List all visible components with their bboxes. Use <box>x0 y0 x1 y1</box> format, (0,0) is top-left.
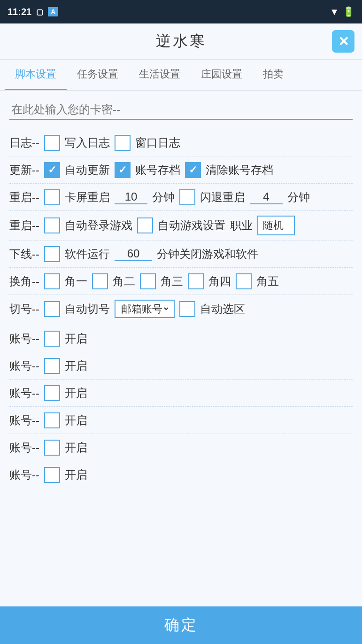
job-input[interactable]: 随机 <box>257 216 295 235</box>
tab-auction[interactable]: 拍卖 <box>253 60 294 90</box>
tab-task[interactable]: 任务设置 <box>67 60 129 90</box>
role3-label: 角三 <box>161 274 183 289</box>
auto-game-settings-checkbox-wrap[interactable] <box>137 217 153 233</box>
screen-restart-minutes[interactable] <box>115 190 147 204</box>
screen-restart-checkbox-wrap[interactable] <box>44 189 60 205</box>
card-input[interactable] <box>9 100 353 120</box>
switch-account-row: 切号-- 自动切号 邮箱账号 手机账号 自动选区 <box>9 295 353 323</box>
account-row-4: 账号-- 开启 <box>9 434 353 461</box>
account-checkbox-1[interactable] <box>44 358 60 374</box>
flash-restart-checkbox[interactable] <box>179 189 195 205</box>
role1-checkbox[interactable] <box>44 273 60 289</box>
clear-save-checkbox-wrap[interactable] <box>185 162 201 178</box>
wifi-icon: ▼ <box>330 7 339 17</box>
minutes-label-1: 分钟 <box>152 190 175 205</box>
account-save-checkbox[interactable] <box>115 162 131 178</box>
auto-region-label: 自动选区 <box>200 302 245 317</box>
dialog-title: 逆水寒 <box>156 31 207 52</box>
update-label: 更新-- <box>9 163 39 178</box>
auto-region-checkbox[interactable] <box>179 301 195 317</box>
account-open-label-3: 开启 <box>65 413 87 428</box>
auto-region-checkbox-wrap[interactable] <box>179 301 195 317</box>
account-checkbox-4[interactable] <box>44 440 60 456</box>
flash-restart-minutes[interactable] <box>250 190 283 204</box>
role4-checkbox[interactable] <box>188 273 204 289</box>
account-save-checkbox-wrap[interactable] <box>115 162 131 178</box>
account-open-label-0: 开启 <box>65 331 87 346</box>
update-row: 更新-- 自动更新 账号存档 清除账号存档 <box>9 156 353 184</box>
log-write-checkbox-wrap[interactable] <box>44 135 60 151</box>
time-display: 11:21 <box>8 7 31 17</box>
confirm-label: 确定 <box>164 615 198 636</box>
role3-checkbox-wrap[interactable] <box>140 273 156 289</box>
switch-role-label: 换角-- <box>9 274 39 289</box>
account-open-label-1: 开启 <box>65 358 87 373</box>
account-checkbox-2[interactable] <box>44 385 60 401</box>
auto-switch-checkbox-wrap[interactable] <box>44 301 60 317</box>
auto-update-checkbox-wrap[interactable] <box>44 162 60 178</box>
log-window-checkbox[interactable] <box>115 135 131 151</box>
account-open-label-5: 开启 <box>65 467 87 482</box>
flash-restart-label: 闪退重启 <box>200 190 245 205</box>
auto-game-settings-checkbox[interactable] <box>137 217 153 233</box>
account-label-3: 账号-- <box>9 413 39 428</box>
offline-label: 下线-- <box>9 247 39 262</box>
title-bar: 逆水寒 ✕ <box>0 23 362 60</box>
account-row-3: 账号-- 开启 <box>9 407 353 434</box>
flash-restart-checkbox-wrap[interactable] <box>179 189 195 205</box>
auto-game-settings-label: 自动游戏设置 <box>158 218 225 233</box>
accounts-area: 账号-- 开启 账号-- 开启 账号-- 开启 账号-- 开启 账号-- <box>9 325 353 489</box>
role5-checkbox-wrap[interactable] <box>236 273 252 289</box>
battery-icon: 🔋 <box>343 6 354 17</box>
account-type-select[interactable]: 邮箱账号 手机账号 <box>119 303 170 315</box>
account-checkbox-3[interactable] <box>44 412 60 428</box>
confirm-button[interactable]: 确定 <box>0 606 362 644</box>
switch-account-label: 切号-- <box>9 302 39 317</box>
role1-checkbox-wrap[interactable] <box>44 273 60 289</box>
role3-checkbox[interactable] <box>140 273 156 289</box>
offline-row: 下线-- 软件运行 分钟关闭游戏和软件 <box>9 241 353 268</box>
account-type-dropdown[interactable]: 邮箱账号 手机账号 <box>115 300 175 318</box>
role5-label: 角五 <box>256 274 279 289</box>
account-open-label-4: 开启 <box>65 440 87 455</box>
card-input-row <box>9 100 353 120</box>
log-window-checkbox-wrap[interactable] <box>115 135 131 151</box>
tab-manor[interactable]: 庄园设置 <box>191 60 253 90</box>
status-bar: 11:21 ▢ A ▼ 🔋 <box>0 0 362 23</box>
account-row-1: 账号-- 开启 <box>9 352 353 380</box>
log-row: 日志-- 写入日志 窗口日志 <box>9 129 353 156</box>
account-label-1: 账号-- <box>9 358 39 373</box>
offline-desc: 分钟关闭游戏和软件 <box>157 247 258 262</box>
role2-checkbox[interactable] <box>92 273 108 289</box>
account-checkbox-5[interactable] <box>44 467 60 483</box>
auto-update-checkbox[interactable] <box>44 162 60 178</box>
auto-switch-checkbox[interactable] <box>44 301 60 317</box>
role4-checkbox-wrap[interactable] <box>188 273 204 289</box>
auto-login-label: 自动登录游戏 <box>65 218 132 233</box>
tab-life[interactable]: 生活设置 <box>129 60 191 90</box>
offline-checkbox[interactable] <box>44 246 60 262</box>
auto-login-checkbox-wrap[interactable] <box>44 217 60 233</box>
role5-checkbox[interactable] <box>236 273 252 289</box>
offline-checkbox-wrap[interactable] <box>44 246 60 262</box>
switch-role-row: 换角-- 角一 角二 角三 角四 角五 <box>9 268 353 295</box>
account-checkbox-0[interactable] <box>44 331 60 347</box>
auto-login-checkbox[interactable] <box>44 217 60 233</box>
account-open-label-2: 开启 <box>65 386 87 401</box>
log-label: 日志-- <box>9 135 39 150</box>
screen-restart-label: 卡屏重启 <box>65 190 110 205</box>
close-button[interactable]: ✕ <box>332 30 354 53</box>
status-bar-left: 11:21 ▢ A <box>8 7 58 17</box>
auto-update-label: 自动更新 <box>65 163 110 178</box>
offline-minutes-input[interactable] <box>115 247 152 261</box>
role2-checkbox-wrap[interactable] <box>92 273 108 289</box>
screen-icon: ▢ <box>36 8 43 16</box>
software-run-label: 软件运行 <box>65 247 110 262</box>
account-label-4: 账号-- <box>9 440 39 455</box>
tab-script[interactable]: 脚本设置 <box>5 60 67 90</box>
log-write-checkbox[interactable] <box>44 135 60 151</box>
restart2-label: 重启-- <box>9 218 39 233</box>
screen-restart-checkbox[interactable] <box>44 189 60 205</box>
log-write-label: 写入日志 <box>65 135 110 150</box>
clear-save-checkbox[interactable] <box>185 162 201 178</box>
